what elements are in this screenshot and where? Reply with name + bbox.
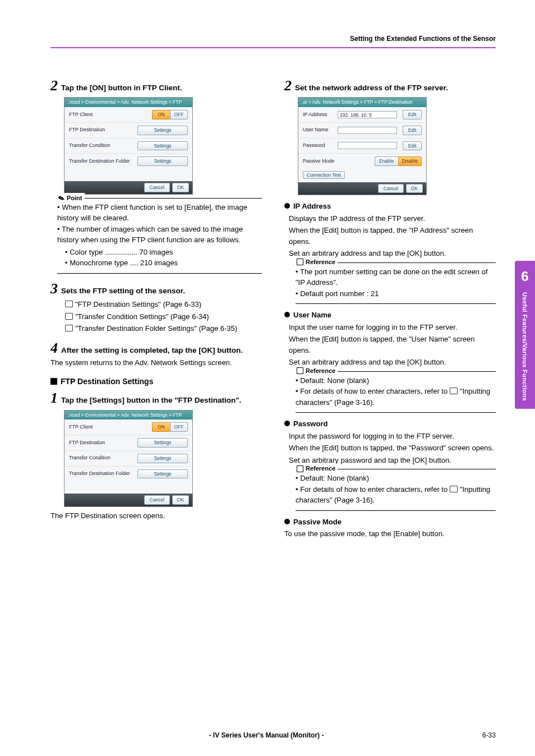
label-transfer-cond: Transfer Condition bbox=[69, 454, 110, 462]
pass-value bbox=[338, 142, 397, 149]
ok-button[interactable]: OK bbox=[172, 183, 189, 192]
disable-button[interactable]: Disable bbox=[398, 156, 422, 166]
step-number: 1 bbox=[50, 391, 58, 405]
chapter-tab: 6 Useful Features/Various Functions bbox=[515, 261, 535, 409]
step-title: After the setting is completed, tap the … bbox=[61, 345, 243, 356]
point-label: ✎ Point bbox=[57, 193, 85, 204]
row-passive: Passive Mode Enable Disable bbox=[298, 153, 426, 169]
row-conntest: Connection Test bbox=[298, 169, 426, 182]
edit-button[interactable]: Edit bbox=[403, 110, 422, 119]
reference-callout: Reference The port number setting can be… bbox=[296, 262, 496, 305]
ok-button[interactable]: OK bbox=[172, 495, 189, 505]
settings-button[interactable]: Settings bbox=[137, 141, 188, 151]
row-user: User Name Edit bbox=[298, 122, 426, 138]
settings-button[interactable]: Settings bbox=[137, 126, 188, 135]
step-1-after: The FTP Destination screen opens. bbox=[50, 510, 262, 522]
settings-button[interactable]: Settings bbox=[137, 438, 188, 448]
point-callout: ✎ Point When the FTP client function is … bbox=[57, 198, 262, 274]
label-ftp-dest: FTP Destination bbox=[69, 439, 105, 447]
settings-button[interactable]: Settings bbox=[137, 454, 188, 463]
footer-page: 6-33 bbox=[482, 730, 496, 740]
step-4-row: 4 After the setting is completed, tap th… bbox=[50, 341, 262, 356]
ok-button[interactable]: OK bbox=[406, 184, 423, 193]
book-icon bbox=[450, 387, 460, 395]
point-list: When the FTP client function is set to [… bbox=[57, 202, 262, 246]
point-item: When the FTP client function is set to [… bbox=[57, 202, 262, 224]
ftp-destination-panel: ..al > Adv. Network Settings > FTP > FTP… bbox=[298, 97, 427, 195]
label-transfer-cond: Transfer Condition bbox=[69, 142, 110, 150]
breadcrumb: ..nced > Environmental > Adv. Network Se… bbox=[64, 98, 192, 107]
point-text: Point bbox=[67, 193, 82, 203]
reference-list: The port number setting can be done on t… bbox=[296, 266, 496, 299]
row-ftp-client: FTP Client ON OFF bbox=[64, 107, 192, 122]
reference-item: The port number setting can be done on t… bbox=[296, 266, 496, 288]
breadcrumb: ..nced > Environmental > Adv. Network Se… bbox=[64, 411, 192, 420]
pin-icon: ✎ bbox=[57, 192, 66, 204]
toggle-passive: Enable Disable bbox=[375, 156, 422, 166]
row-ftp-dest: FTP Destination Settings bbox=[64, 122, 192, 138]
reference-label: Reference bbox=[296, 464, 338, 473]
ftp-settings-panel-2: ..nced > Environmental > Adv. Network Se… bbox=[64, 410, 193, 508]
settings-button[interactable]: Settings bbox=[137, 469, 188, 479]
off-button[interactable]: OFF bbox=[170, 110, 188, 119]
chapter-number: 6 bbox=[516, 266, 534, 287]
ftp-settings-panel: ..nced > Environmental > Adv. Network Se… bbox=[64, 97, 193, 195]
toggle-ftp-client: ON OFF bbox=[152, 422, 188, 432]
header-title: Setting the Extended Functions of the Se… bbox=[350, 35, 496, 43]
cancel-button[interactable]: Cancel bbox=[144, 183, 170, 192]
passive-body: To use the passive mode, tap the [Enable… bbox=[284, 528, 496, 540]
book-icon bbox=[65, 324, 75, 333]
page-footer: - IV Series User's Manual (Monitor) - 6-… bbox=[50, 730, 496, 740]
row-transfer-folder: Transfer Destination Folder Settings bbox=[64, 466, 192, 482]
point-subitem: Monochrome type .... 210 images bbox=[65, 257, 262, 269]
page-header: Setting the Extended Functions of the Se… bbox=[50, 34, 496, 48]
enable-button[interactable]: Enable bbox=[375, 156, 398, 166]
label-transfer-folder: Transfer Destination Folder bbox=[69, 470, 130, 478]
step-1-row: 1 Tap the [Settings] button in the "FTP … bbox=[50, 391, 262, 406]
panel-footer: Cancel OK bbox=[298, 182, 426, 195]
reference-icon bbox=[297, 259, 303, 265]
user-p2: When the [Edit] button is tapped, the "U… bbox=[289, 334, 496, 356]
left-column: 2 Tap the [ON] button in FTP Client. ..n… bbox=[50, 76, 262, 541]
step-number: 4 bbox=[50, 341, 58, 356]
reference-item: Default port number : 21 bbox=[296, 288, 496, 299]
password-p1: Input the password for logging in to the… bbox=[289, 431, 496, 442]
subhead-passive: Passive Mode bbox=[284, 517, 496, 528]
row-transfer-cond: Transfer Condition Settings bbox=[64, 138, 192, 154]
panel-footer: Cancel OK bbox=[64, 494, 192, 506]
ip-p2: When the [Edit] button is tapped, the "I… bbox=[289, 225, 496, 247]
step-title: Set the network address of the FTP serve… bbox=[295, 82, 448, 94]
step-2r-row: 2 Set the network address of the FTP ser… bbox=[284, 79, 496, 94]
subhead-password: Password bbox=[284, 418, 496, 430]
subhead-ip: IP Address bbox=[284, 201, 496, 212]
right-column: 2 Set the network address of the FTP ser… bbox=[284, 76, 496, 541]
label-passive: Passive Mode bbox=[303, 158, 335, 165]
book-icon bbox=[65, 312, 75, 321]
ip-body: Displays the IP address of the FTP serve… bbox=[289, 213, 496, 305]
chapter-label: Useful Features/Various Functions bbox=[520, 292, 530, 401]
breadcrumb: ..al > Adv. Network Settings > FTP > FTP… bbox=[298, 98, 426, 107]
edit-button[interactable]: Edit bbox=[403, 126, 422, 135]
cancel-button[interactable]: Cancel bbox=[144, 495, 170, 505]
reference-icon bbox=[297, 367, 303, 374]
step-number: 3 bbox=[50, 282, 58, 296]
row-ip: IP Address 192. 168. 10. 5 Edit bbox=[298, 107, 426, 122]
edit-button[interactable]: Edit bbox=[403, 141, 422, 151]
password-body: Input the password for logging in to the… bbox=[289, 431, 496, 511]
connection-test-button[interactable]: Connection Test bbox=[303, 171, 345, 179]
step-2-row: 2 Tap the [ON] button in FTP Client. bbox=[50, 79, 262, 94]
reference-label: Reference bbox=[296, 366, 338, 376]
on-button[interactable]: ON bbox=[152, 422, 170, 432]
cancel-button[interactable]: Cancel bbox=[378, 184, 404, 193]
step-4-body: The system returns to the Adv. Network S… bbox=[50, 357, 262, 368]
point-subitem: Color type ................ 70 images bbox=[65, 247, 262, 258]
reference-item: Default: None (blank) bbox=[296, 473, 496, 484]
step-title: Sets the FTP setting of the sensor. bbox=[61, 285, 185, 297]
settings-button[interactable]: Settings bbox=[137, 156, 188, 166]
user-body: Input the user name for logging in to th… bbox=[289, 322, 496, 413]
off-button[interactable]: OFF bbox=[170, 422, 188, 432]
ref-link: "Transfer Destination Folder Settings" (… bbox=[65, 323, 262, 334]
subhead-user: User Name bbox=[284, 310, 496, 321]
label-transfer-folder: Transfer Destination Folder bbox=[69, 158, 130, 165]
on-button[interactable]: ON bbox=[152, 110, 170, 119]
